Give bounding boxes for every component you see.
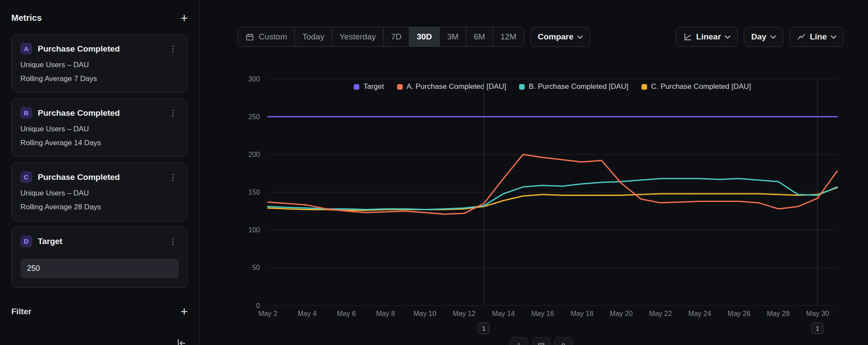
metric-badge-c: C bbox=[20, 171, 32, 183]
metric-window: Rolling Average 14 Days bbox=[20, 139, 179, 147]
metric-measure: Unique Users – DAU bbox=[20, 189, 179, 198]
svg-text:May 12: May 12 bbox=[453, 310, 476, 317]
target-value-input[interactable] bbox=[20, 259, 179, 278]
svg-text:May 4: May 4 bbox=[298, 310, 317, 317]
svg-text:300: 300 bbox=[248, 75, 260, 83]
metric-window: Rolling Average 28 Days bbox=[20, 203, 179, 212]
svg-text:0: 0 bbox=[256, 302, 260, 309]
metric-card-b[interactable]: B Purchase Completed ⋮ Unique Users – DA… bbox=[11, 98, 188, 157]
svg-text:May 10: May 10 bbox=[414, 310, 437, 317]
metric-measure: Unique Users – DAU bbox=[20, 61, 179, 69]
metric-menu-button[interactable]: ⋮ bbox=[167, 172, 179, 182]
bell-icon bbox=[559, 342, 567, 345]
metric-badge-d: D bbox=[20, 235, 32, 247]
collapse-sidebar-button[interactable] bbox=[176, 338, 189, 345]
annotations-toggle-button[interactable] bbox=[532, 337, 550, 345]
target-menu-button[interactable]: ⋮ bbox=[167, 236, 179, 246]
metric-title: Purchase Completed bbox=[38, 108, 167, 118]
metrics-sidebar: Metrics + A Purchase Completed ⋮ Unique … bbox=[0, 0, 200, 345]
metric-title: Purchase Completed bbox=[38, 44, 167, 54]
target-title: Target bbox=[38, 237, 167, 246]
svg-text:May 26: May 26 bbox=[728, 310, 751, 317]
svg-text:May 18: May 18 bbox=[571, 310, 594, 317]
metrics-title: Metrics bbox=[11, 13, 42, 23]
target-card[interactable]: D Target ⋮ bbox=[11, 227, 188, 288]
add-filter-button[interactable]: + bbox=[181, 307, 188, 316]
metrics-header: Metrics + bbox=[11, 13, 188, 23]
svg-text:May 16: May 16 bbox=[531, 310, 554, 317]
events-toggle-button[interactable] bbox=[510, 337, 528, 345]
svg-text:200: 200 bbox=[248, 151, 260, 158]
svg-text:May 24: May 24 bbox=[688, 310, 711, 317]
svg-text:May 28: May 28 bbox=[767, 310, 790, 317]
metric-badge-b: B bbox=[20, 107, 32, 119]
metric-card-a[interactable]: A Purchase Completed ⋮ Unique Users – DA… bbox=[11, 34, 188, 93]
metric-card-head: C Purchase Completed ⋮ bbox=[20, 171, 179, 183]
collapse-left-icon bbox=[176, 338, 187, 345]
annotation-badge[interactable]: 1 bbox=[478, 322, 490, 334]
metric-window: Rolling Average 7 Days bbox=[20, 75, 179, 83]
metric-card-head: A Purchase Completed ⋮ bbox=[20, 43, 179, 55]
calendar-icon bbox=[537, 342, 545, 345]
svg-text:May 2: May 2 bbox=[258, 310, 277, 317]
svg-text:May 14: May 14 bbox=[492, 310, 515, 317]
filter-section: Filter + bbox=[11, 307, 188, 316]
metric-menu-button[interactable]: ⋮ bbox=[167, 44, 179, 54]
metric-card-c[interactable]: C Purchase Completed ⋮ Unique Users – DA… bbox=[11, 163, 188, 221]
svg-text:May 20: May 20 bbox=[610, 310, 633, 317]
metric-title: Purchase Completed bbox=[38, 172, 167, 182]
metric-badge-a: A bbox=[20, 43, 32, 55]
metric-card-head: B Purchase Completed ⋮ bbox=[20, 107, 179, 119]
svg-text:May 30: May 30 bbox=[806, 310, 829, 317]
metric-menu-button[interactable]: ⋮ bbox=[167, 108, 179, 118]
annotation-badge[interactable]: 1 bbox=[812, 322, 823, 334]
bar-chart-icon bbox=[515, 342, 523, 345]
bottom-actions-bar bbox=[510, 337, 572, 345]
svg-text:50: 50 bbox=[252, 264, 260, 271]
alerts-toggle-button[interactable] bbox=[554, 337, 572, 345]
svg-text:May 6: May 6 bbox=[337, 310, 356, 317]
svg-text:May 8: May 8 bbox=[376, 310, 395, 317]
chart-panel: Custom Today Yesterday 7D 30D 3M 6M 12M … bbox=[200, 0, 868, 345]
metric-measure: Unique Users – DAU bbox=[20, 125, 179, 133]
svg-text:250: 250 bbox=[248, 113, 260, 120]
svg-text:150: 150 bbox=[248, 189, 260, 196]
filter-title: Filter bbox=[11, 307, 31, 316]
line-chart: 050100150200250300May 2May 4May 6May 8Ma… bbox=[200, 0, 868, 345]
target-card-head: D Target ⋮ bbox=[20, 235, 179, 247]
svg-text:May 22: May 22 bbox=[649, 310, 672, 317]
svg-text:100: 100 bbox=[248, 226, 260, 234]
add-metric-button[interactable]: + bbox=[181, 13, 188, 23]
